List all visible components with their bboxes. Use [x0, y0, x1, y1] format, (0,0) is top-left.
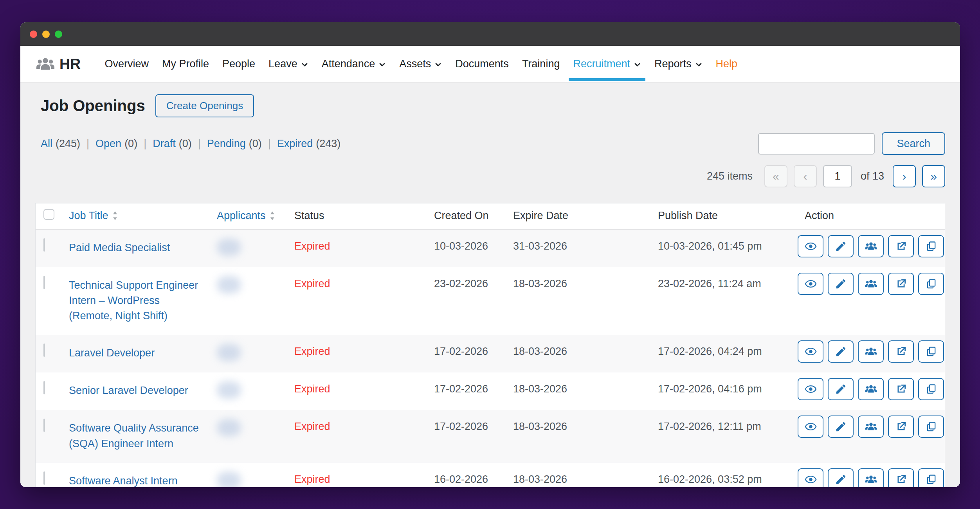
applicants-count-badge-blurred[interactable] — [217, 472, 241, 487]
job-title-link[interactable]: Technical Support Engineer Intern – Word… — [69, 278, 203, 324]
close-window-button[interactable] — [30, 31, 37, 38]
row-checkbox[interactable] — [43, 419, 45, 432]
current-page-input[interactable] — [823, 165, 852, 187]
applicants-count-badge-blurred[interactable] — [217, 381, 241, 399]
chevron-down-icon — [301, 61, 308, 68]
search-input[interactable] — [758, 133, 875, 155]
edit-button[interactable] — [828, 235, 854, 257]
nav-item-label: Reports — [654, 58, 692, 70]
nav-item-assets[interactable]: Assets — [393, 46, 449, 82]
previous-page-button[interactable]: ‹ — [794, 165, 817, 187]
created-on-value: 16-02-2026 — [427, 463, 506, 487]
filter-link-open[interactable]: Open — [95, 138, 121, 150]
first-page-button[interactable]: « — [764, 165, 787, 187]
open-external-button[interactable] — [888, 235, 914, 257]
job-title-link[interactable]: Software Analyst Intern — [69, 473, 178, 487]
row-checkbox[interactable] — [43, 238, 45, 252]
eye-icon — [805, 240, 817, 252]
open-external-button[interactable] — [888, 468, 914, 487]
view-button[interactable] — [798, 235, 823, 257]
duplicate-button[interactable] — [918, 378, 944, 400]
duplicate-button[interactable] — [918, 340, 944, 363]
filter-link-pending[interactable]: Pending — [207, 138, 246, 150]
view-button[interactable] — [798, 468, 823, 487]
open-external-button[interactable] — [888, 340, 914, 363]
job-title-link[interactable]: Laravel Developer — [69, 345, 155, 361]
chevron-down-icon — [434, 61, 442, 68]
edit-button[interactable] — [828, 415, 854, 438]
open-external-button[interactable] — [888, 415, 914, 438]
row-checkbox[interactable] — [43, 344, 45, 357]
expire-date-value: 18-03-2026 — [506, 267, 651, 301]
last-page-button[interactable]: » — [922, 165, 945, 187]
publish-date-value: 10-03-2026, 01:45 pm — [651, 230, 798, 264]
nav-item-overview[interactable]: Overview — [98, 46, 155, 82]
view-button[interactable] — [798, 415, 823, 438]
duplicate-button[interactable] — [918, 468, 944, 487]
filter-link-all[interactable]: All — [41, 138, 52, 150]
nav-item-label: Help — [716, 58, 738, 70]
column-header-job-title[interactable]: Job Title — [63, 203, 210, 229]
view-button[interactable] — [798, 378, 823, 400]
filter-count: (0) — [249, 138, 262, 150]
applicants-count-badge-blurred[interactable] — [217, 239, 241, 256]
edit-button[interactable] — [828, 378, 854, 400]
row-checkbox[interactable] — [43, 381, 45, 394]
applicants-button[interactable] — [858, 235, 884, 257]
brand-label: HR — [59, 56, 81, 72]
nav-item-recruitment[interactable]: Recruitment — [566, 46, 648, 82]
pencil-icon — [835, 345, 847, 358]
row-actions — [798, 463, 945, 487]
view-button[interactable] — [798, 340, 823, 363]
nav-item-my-profile[interactable]: My Profile — [155, 46, 216, 82]
external-link-icon — [895, 240, 907, 252]
window-titlebar — [20, 22, 960, 46]
zoom-window-button[interactable] — [55, 31, 62, 38]
sort-icon — [112, 211, 118, 221]
open-external-button[interactable] — [888, 378, 914, 400]
created-on-value: 17-02-2026 — [427, 410, 506, 444]
filter-link-draft[interactable]: Draft — [153, 138, 176, 150]
edit-button[interactable] — [828, 273, 854, 295]
filter-link-expired[interactable]: Expired — [277, 138, 313, 150]
next-page-button[interactable]: › — [893, 165, 916, 187]
applicants-count-badge-blurred[interactable] — [217, 344, 241, 361]
pencil-icon — [835, 473, 847, 486]
filter-separator: | — [268, 138, 271, 150]
edit-button[interactable] — [828, 468, 854, 487]
column-header-applicants[interactable]: Applicants — [210, 203, 282, 229]
applicants-count-badge-blurred[interactable] — [217, 419, 241, 436]
nav-item-training[interactable]: Training — [515, 46, 567, 82]
applicants-button[interactable] — [858, 273, 884, 295]
edit-button[interactable] — [828, 340, 854, 363]
duplicate-button[interactable] — [918, 415, 944, 438]
minimize-window-button[interactable] — [42, 31, 50, 38]
chevron-down-icon — [634, 61, 641, 68]
items-count: 245 items — [707, 170, 753, 182]
nav-item-help[interactable]: Help — [709, 46, 744, 82]
applicants-button[interactable] — [858, 378, 884, 400]
table-row: Technical Support Engineer Intern – Word… — [36, 267, 945, 335]
applicants-button[interactable] — [858, 340, 884, 363]
nav-item-people[interactable]: People — [216, 46, 262, 82]
row-checkbox[interactable] — [43, 276, 45, 289]
view-button[interactable] — [798, 273, 823, 295]
search-button[interactable]: Search — [882, 132, 945, 155]
duplicate-button[interactable] — [918, 235, 944, 257]
applicants-button[interactable] — [858, 468, 884, 487]
nav-item-reports[interactable]: Reports — [648, 46, 709, 82]
job-title-link[interactable]: Paid Media Specialist — [69, 240, 170, 255]
open-external-button[interactable] — [888, 273, 914, 295]
job-title-link[interactable]: Software Quality Assurance (SQA) Enginee… — [69, 421, 203, 451]
create-openings-button[interactable]: Create Openings — [155, 94, 254, 117]
select-all-checkbox[interactable] — [43, 209, 54, 220]
nav-item-documents[interactable]: Documents — [449, 46, 515, 82]
duplicate-button[interactable] — [918, 273, 944, 295]
applicants-count-badge-blurred[interactable] — [217, 276, 241, 293]
row-checkbox[interactable] — [43, 471, 45, 485]
hr-brand[interactable]: HR — [36, 56, 81, 72]
applicants-button[interactable] — [858, 415, 884, 438]
nav-item-attendance[interactable]: Attendance — [315, 46, 393, 82]
nav-item-leave[interactable]: Leave — [262, 46, 315, 82]
job-title-link[interactable]: Senior Laravel Developer — [69, 383, 188, 398]
